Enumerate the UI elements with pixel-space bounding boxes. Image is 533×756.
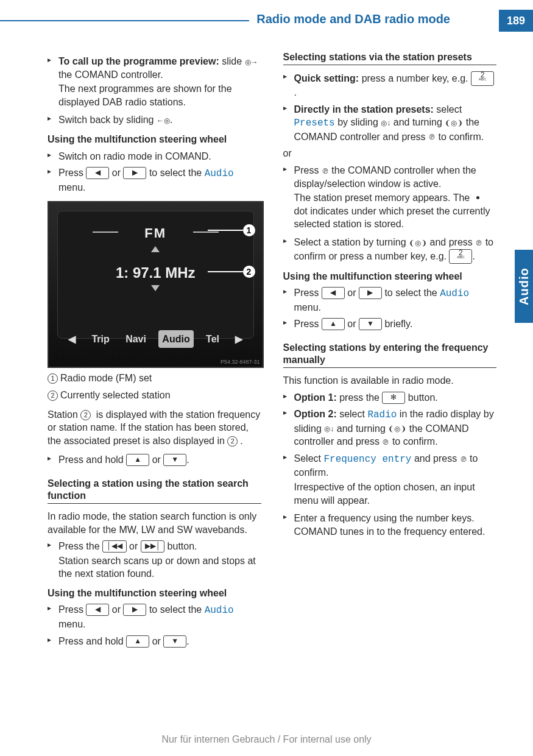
step-directly-presets: Directly in the station presets: select … <box>283 103 497 144</box>
text: Switch back by sliding <box>58 115 157 125</box>
text: Press <box>294 288 322 298</box>
caret-up-icon <box>151 246 160 252</box>
step-press-seek: Press the │◀◀ or ▶▶│ button. Station sea… <box>48 540 261 581</box>
step-quick-setting: Quick setting: press a number key, e.g. … <box>283 71 497 99</box>
text: and press <box>427 237 475 247</box>
controller-slide-down-icon: ◎↓ <box>381 118 390 128</box>
text: to select the <box>146 604 204 615</box>
text: select <box>436 104 462 115</box>
star-key-icon: ✻ <box>382 392 405 404</box>
audio-menu-label: Audio <box>205 168 234 179</box>
station-paragraph: Station 2 is displayed with the station … <box>48 408 261 448</box>
left-column: To call up the programme preview: slide … <box>48 51 261 701</box>
text: . <box>170 115 172 125</box>
callout-line-2 <box>208 271 243 272</box>
text: or <box>149 454 163 465</box>
header-title: Radio mode and DAB radio mode <box>249 12 454 26</box>
subtext: Station search scans up or down and stop… <box>58 554 261 581</box>
heading-frequency: Selecting stations by entering the frequ… <box>283 342 497 368</box>
footer-watermark: Nur für internen Gebrauch / For internal… <box>0 734 533 745</box>
caret-down-icon <box>151 285 160 291</box>
step-press-briefly: Press ▲ or ▼ briefly. <box>283 317 497 331</box>
step-press-select-audio-3: Press ◀ or ▶ to select the Audio menu. <box>283 286 497 314</box>
controller-turn-icon: ❨◎❩ <box>409 238 427 248</box>
text: Press <box>58 168 86 178</box>
page: Radio mode and DAB radio mode 189 Audio … <box>0 0 533 756</box>
image-code: P54.32-8487-31 <box>221 358 260 366</box>
text: Press the <box>58 541 102 551</box>
nav-trip: Trip <box>88 330 113 348</box>
frequency-entry-menu-label: Frequency entry <box>323 454 411 465</box>
text: by sliding <box>335 117 381 127</box>
text: Select a station by turning <box>294 237 409 247</box>
subtext: Irrespective of the option chosen, an in… <box>294 481 497 507</box>
display-screenshot: FM 1: 97.1 MHz ◀ Trip Navi Audio Tel ▶ 1… <box>48 201 264 368</box>
text: Select <box>294 453 324 464</box>
controller-press-icon: ℗ <box>322 166 329 176</box>
text: . <box>186 454 189 465</box>
subtext: The station preset memory appears. The d… <box>294 191 497 231</box>
caption-1: 1Radio mode (FM) set <box>48 372 261 385</box>
header-band: Radio mode and DAB radio mode 189 <box>0 10 533 32</box>
text: dot indicates under which preset the cur… <box>294 206 490 230</box>
subtext: The next programmes are shown for the di… <box>58 82 261 108</box>
step-option-2: Option 2: select Radio in the radio disp… <box>283 408 497 448</box>
text: and turning <box>390 117 445 127</box>
text: the COMAND controller. <box>58 69 163 80</box>
circled-2-icon: 2 <box>48 390 58 401</box>
seek-fwd-key-icon: ▶▶│ <box>141 540 165 553</box>
nav-left-caret: ◀ <box>65 330 79 348</box>
label: Option 2: <box>294 409 340 419</box>
text: menu. <box>58 182 85 193</box>
text: or <box>109 604 123 615</box>
step-select-station: Select a station by turning ❨◎❩ and pres… <box>283 236 497 264</box>
dash-right <box>193 231 219 233</box>
caption-2: 2Currently selected station <box>48 389 261 402</box>
text: . <box>240 436 242 446</box>
step-press-hold-1: Press and hold ▲ or ▼. <box>48 453 261 467</box>
text: or <box>345 319 359 329</box>
text: menu. <box>294 302 321 313</box>
right-key-icon: ▶ <box>359 287 382 299</box>
right-key-icon: ▶ <box>123 167 146 179</box>
step-press-select-audio-1: Press ◀ or ▶ to select the Audio menu. <box>48 166 261 194</box>
two-key-icon: 2ABC <box>449 249 472 264</box>
left-key-icon: ◀ <box>86 604 109 616</box>
circled-1-icon: 1 <box>48 373 58 384</box>
label: Directly in the station presets: <box>294 104 437 115</box>
callout-1: 1 <box>243 224 255 236</box>
freq-avail-text: This function is available in radio mode… <box>283 374 497 387</box>
callout-2: 2 <box>243 266 255 278</box>
controller-slide-right-icon: ◎→ <box>245 57 258 67</box>
heading-wheel-1: Using the multifunction steering wheel <box>48 133 261 146</box>
dot-icon <box>476 196 479 199</box>
text: Radio mode (FM) set <box>60 373 152 383</box>
text: . <box>294 87 297 97</box>
text: . <box>186 636 189 646</box>
heading-presets: Selecting stations via the station prese… <box>283 51 497 65</box>
nav-tel: Tel <box>202 330 223 348</box>
step-programme-preview: To call up the programme preview: slide … <box>48 55 261 108</box>
text: slide <box>222 56 244 66</box>
text: Press <box>58 604 86 615</box>
step-switch-back: Switch back by sliding ←◎. <box>48 113 261 127</box>
step-press-select-audio-2: Press ◀ or ▶ to select the Audio menu. <box>48 603 261 631</box>
controller-press-icon: ℗ <box>460 454 467 464</box>
callout-line-1 <box>208 230 243 231</box>
controller-turn-icon: ❨◎❩ <box>388 424 406 434</box>
down-key-icon: ▼ <box>163 454 186 466</box>
key-sub: ABC <box>453 255 468 259</box>
heading-station-search: Selecting a station using the station se… <box>48 478 261 504</box>
controller-turn-icon: ❨◎❩ <box>445 118 463 128</box>
presets-menu-label: Presets <box>294 118 335 129</box>
text: to confirm. <box>436 132 484 142</box>
controller-slide-down-icon: ◎↓ <box>324 424 334 434</box>
step-press-controller-active: Press ℗ the COMAND controller when the d… <box>283 164 497 231</box>
circled-2-icon: 2 <box>227 436 238 447</box>
or-label: or <box>283 147 497 160</box>
text: press a number key, e.g. <box>362 73 471 83</box>
radio-menu-label: Radio <box>367 409 397 420</box>
audio-menu-label: Audio <box>205 605 234 616</box>
search-paragraph: In radio mode, the station search functi… <box>48 510 261 536</box>
up-key-icon: ▲ <box>126 454 149 466</box>
